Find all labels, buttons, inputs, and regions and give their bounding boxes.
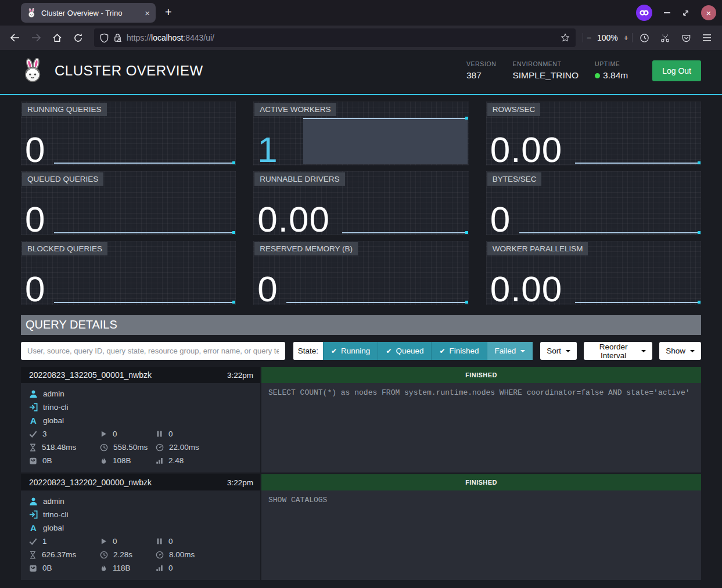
execution-time: 8.00ms bbox=[169, 550, 195, 559]
state-filter-label: State: bbox=[293, 342, 323, 360]
current-memory-scale-icon bbox=[29, 564, 37, 572]
bookmark-star-icon[interactable] bbox=[561, 33, 570, 42]
query-list: 20220823_132205_00001_nwbzk 3:22pm FINIS… bbox=[21, 367, 701, 580]
source-signin-icon bbox=[29, 510, 38, 519]
caret-down-icon bbox=[520, 350, 525, 352]
window-close-button[interactable]: × bbox=[701, 5, 716, 20]
sparkline bbox=[575, 163, 700, 164]
query-user: admin bbox=[43, 497, 64, 506]
uptime-info: UPTIME 3.84m bbox=[595, 60, 628, 81]
tab-close-icon[interactable]: × bbox=[145, 9, 150, 17]
forward-button[interactable] bbox=[27, 29, 45, 46]
stat-card-blocked-queries: BLOCKED QUERIES 0 bbox=[21, 241, 236, 305]
query-id-link[interactable]: 20220823_132205_00001_nwbzk bbox=[29, 370, 152, 380]
state-filter-group: ✔Running ✔Queued ✔Finished Failed bbox=[323, 342, 533, 360]
caret-down-icon bbox=[641, 350, 646, 352]
cpu-time-clock-icon bbox=[100, 443, 108, 452]
window-minimize-button[interactable] bbox=[664, 12, 670, 13]
current-memory: 0B bbox=[42, 456, 52, 465]
completed-splits-check-icon bbox=[29, 538, 37, 546]
sparkline bbox=[575, 302, 700, 303]
shield-icon[interactable] bbox=[100, 33, 109, 43]
filter-queued-button[interactable]: ✔Queued bbox=[378, 342, 431, 360]
stat-value: 0 bbox=[25, 201, 45, 237]
show-dropdown[interactable]: Show bbox=[659, 342, 701, 360]
stat-value: 0 bbox=[25, 271, 45, 307]
query-id-link[interactable]: 20220823_132202_00000_nwbzk bbox=[29, 478, 152, 487]
stat-value: 0 bbox=[25, 132, 45, 168]
query-search-input[interactable] bbox=[21, 342, 285, 360]
user-icon bbox=[29, 497, 38, 506]
uptime-value: 3.84m bbox=[603, 70, 628, 81]
browser-tab-bar: Cluster Overview - Trino × + × bbox=[0, 0, 722, 26]
sparkline-area bbox=[303, 118, 467, 164]
query-source: trino-cli bbox=[43, 510, 69, 519]
filter-running-button[interactable]: ✔Running bbox=[323, 342, 378, 360]
back-button[interactable] bbox=[6, 29, 24, 46]
query-stats-pane: admin trino-cli Aglobal 3 0 0 518.48ms 5… bbox=[21, 383, 260, 472]
stat-card-reserved-memory: RESERVED MEMORY (B) 0 bbox=[253, 241, 468, 305]
zoom-in-button[interactable]: + bbox=[624, 33, 628, 42]
history-clock-icon[interactable] bbox=[635, 29, 653, 46]
queued-splits: 0 bbox=[168, 537, 173, 546]
logout-button[interactable]: Log Out bbox=[652, 60, 701, 81]
stat-value: 0.00 bbox=[490, 271, 563, 307]
stat-label: ROWS/SEC bbox=[487, 103, 541, 116]
sort-dropdown[interactable]: Sort bbox=[540, 342, 577, 360]
stat-card-worker-parallelism: WORKER PARALLELISM 0.00 bbox=[486, 241, 701, 305]
stat-label: RESERVED MEMORY (B) bbox=[254, 242, 358, 255]
peak-memory-fire-icon bbox=[100, 564, 107, 572]
wall-time: 518.48ms bbox=[42, 443, 76, 452]
trino-cluster-overview-page: CLUSTER OVERVIEW VERSION 387 ENVIRONMENT… bbox=[0, 50, 722, 588]
browser-tab[interactable]: Cluster Overview - Trino × bbox=[21, 3, 156, 23]
zoom-out-button[interactable]: − bbox=[587, 33, 591, 42]
cumulative-memory: 2.48 bbox=[168, 456, 184, 465]
running-splits-play-icon bbox=[100, 430, 107, 438]
stat-value: 1 bbox=[257, 132, 278, 168]
stat-value: 0 bbox=[257, 271, 278, 307]
uptime-status-dot bbox=[595, 73, 600, 78]
running-splits-play-icon bbox=[100, 538, 107, 545]
query-resource-group: global bbox=[43, 524, 64, 532]
query-entry: 20220823_132202_00000_nwbzk 3:22pm FINIS… bbox=[21, 474, 701, 580]
page-title: CLUSTER OVERVIEW bbox=[55, 63, 203, 79]
version-value: 387 bbox=[466, 70, 496, 81]
lock-warning-icon[interactable] bbox=[113, 33, 122, 42]
completed-splits-check-icon bbox=[29, 430, 37, 438]
sparkline bbox=[342, 232, 467, 233]
pocket-icon[interactable] bbox=[677, 29, 695, 46]
stat-label: RUNNABLE DRIVERS bbox=[254, 172, 344, 186]
uptime-label: UPTIME bbox=[595, 60, 628, 67]
home-button[interactable] bbox=[48, 29, 66, 46]
sparkline bbox=[519, 232, 700, 233]
query-source: trino-cli bbox=[43, 403, 69, 412]
url-bar[interactable]: https://localhost:8443/ui/ bbox=[94, 28, 576, 47]
screenshot-scissors-icon[interactable] bbox=[656, 29, 674, 46]
page-header: CLUSTER OVERVIEW VERSION 387 ENVIRONMENT… bbox=[0, 50, 722, 95]
query-time: 3:22pm bbox=[227, 478, 253, 487]
filter-failed-dropdown[interactable]: Failed bbox=[487, 342, 533, 360]
window-restore-button[interactable] bbox=[682, 9, 689, 17]
stat-card-running-queries: RUNNING QUERIES 0 bbox=[21, 102, 236, 165]
filter-finished-button[interactable]: ✔Finished bbox=[431, 342, 486, 360]
queued-splits-pause-icon bbox=[156, 430, 163, 438]
user-icon bbox=[29, 389, 38, 398]
stat-label: RUNNING QUERIES bbox=[22, 103, 107, 116]
query-time: 3:22pm bbox=[227, 371, 253, 380]
zoom-level[interactable]: 100% bbox=[597, 33, 618, 42]
check-icon: ✔ bbox=[439, 347, 445, 355]
reload-button[interactable] bbox=[69, 29, 87, 46]
stat-card-queued-queries: QUEUED QUERIES 0 bbox=[21, 171, 236, 235]
queued-splits: 0 bbox=[168, 430, 173, 438]
url-text[interactable]: https://localhost:8443/ui/ bbox=[127, 33, 556, 42]
query-details-header: QUERY DETAILS bbox=[21, 315, 701, 335]
reorder-interval-dropdown[interactable]: Reorder Interval bbox=[584, 342, 652, 360]
sparkline bbox=[54, 232, 235, 233]
stat-label: BLOCKED QUERIES bbox=[22, 242, 107, 255]
browser-toolbar: https://localhost:8443/ui/ − 100% + bbox=[0, 26, 722, 50]
stat-card-bytes-sec: BYTES/SEC 0 bbox=[486, 171, 701, 235]
current-memory: 0B bbox=[42, 564, 52, 572]
menu-hamburger-icon[interactable] bbox=[698, 29, 716, 46]
new-tab-button[interactable]: + bbox=[165, 6, 172, 19]
queued-splits-pause-icon bbox=[156, 538, 163, 545]
